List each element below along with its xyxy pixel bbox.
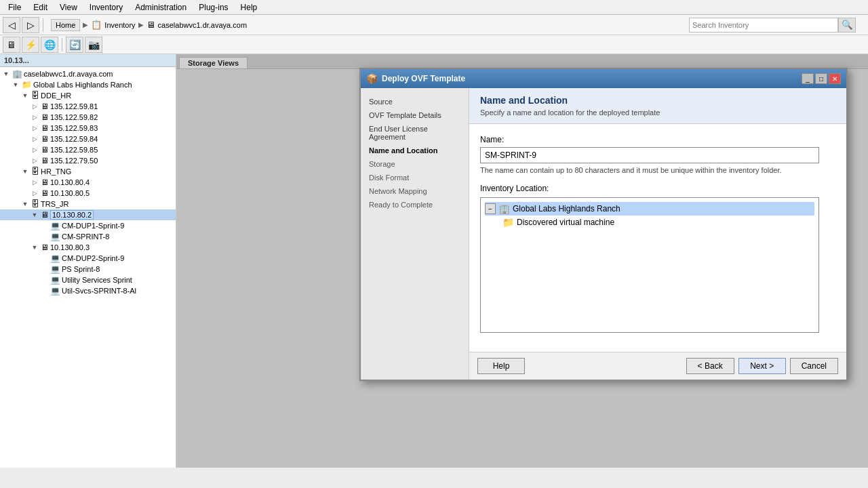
vm-icon-6: 💻 <box>50 286 60 296</box>
vm-icon-5: 💻 <box>50 275 60 285</box>
tree-label-dde-hr: DDE_HR <box>41 92 71 100</box>
wizard-step-eula[interactable]: End User License Agreement <box>361 122 469 144</box>
tree-toggle-ip5[interactable]: ▷ <box>30 145 39 155</box>
tree-item-ip2[interactable]: ▷ 🖥 135.122.59.82 <box>0 112 176 123</box>
menu-inventory[interactable]: Inventory <box>84 1 128 14</box>
tree-toggle-ip10[interactable]: ▼ <box>30 243 39 252</box>
wizard-content-title: Name and Location <box>480 95 835 106</box>
tree-item-vm6[interactable]: 💻 Util-Svcs-SPRINT-8-Al <box>0 285 176 296</box>
menu-edit[interactable]: Edit <box>28 1 53 14</box>
tree-item-glhr[interactable]: ▼ 📁 Global Labs Highlands Ranch <box>0 79 176 90</box>
tree-item-ip10[interactable]: ▼ 🖥 10.130.80.3 <box>0 242 176 253</box>
tree-toggle-ip8[interactable]: ▷ <box>30 188 39 198</box>
tree-item-ip9[interactable]: ▼ 🖥 10.130.80.2 <box>0 209 176 220</box>
vm-icon-1: 💻 <box>50 221 60 230</box>
tree-label-vm5: Utility Services Sprint <box>62 276 132 284</box>
tree-item-vm5[interactable]: 💻 Utility Services Sprint <box>0 274 176 285</box>
tree-toggle-trs-jr[interactable]: ▼ <box>20 199 30 209</box>
host-icon-ip9: 🖥 <box>41 210 49 220</box>
new-vm-button[interactable]: 🖥 <box>3 37 20 53</box>
breadcrumb: Home ▶ 📋 Inventory ▶ 🖥 caselabwvc1.dr.av… <box>47 16 688 34</box>
tree-item-hr-tng[interactable]: ▼ 🗄 HR_TNG <box>0 166 176 177</box>
snapshot-button[interactable]: 📷 <box>85 37 102 53</box>
wizard-step-disk-format[interactable]: Disk Format <box>361 171 469 184</box>
wizard-main: Name: The name can contain up to 80 char… <box>469 124 846 352</box>
tree-item-ip5[interactable]: ▷ 🖥 135.122.59.85 <box>0 144 176 155</box>
tree-item-ip6[interactable]: ▷ 🖥 135.122.79.50 <box>0 155 176 166</box>
refresh-button[interactable]: 🔄 <box>66 37 83 53</box>
tree-label-ip8: 10.130.80.5 <box>50 189 90 197</box>
tree-toggle-datacenter[interactable]: ▼ <box>1 69 11 79</box>
cancel-button[interactable]: Cancel <box>790 358 838 374</box>
name-input[interactable] <box>480 147 819 163</box>
menu-administration[interactable]: Administration <box>130 1 192 14</box>
wizard-step-ovf-details[interactable]: OVF Template Details <box>361 108 469 122</box>
wizard-step-ready-complete[interactable]: Ready to Complete <box>361 198 469 211</box>
tree-item-vm3[interactable]: 💻 CM-DUP2-Sprint-9 <box>0 253 176 264</box>
tree-item-vm2[interactable]: 💻 CM-SPRINT-8 <box>0 231 176 242</box>
help-button[interactable]: Help <box>477 358 525 374</box>
inv-toggle-root[interactable]: − <box>485 203 496 214</box>
maximize-button[interactable]: □ <box>815 73 827 84</box>
inventory-label: Inventory Location: <box>480 184 835 193</box>
inv-tree-root[interactable]: − 🏢 Global Labs Highlands Ranch <box>485 202 814 216</box>
breadcrumb-inventory[interactable]: 📋 Inventory <box>91 20 135 30</box>
tree-item-trs-jr[interactable]: ▼ 🗄 TRS_JR <box>0 199 176 209</box>
tree-item-datacenter[interactable]: ▼ 🏢 caselabwvc1.dr.avaya.com <box>0 68 176 79</box>
tree-item-dde-hr[interactable]: ▼ 🗄 DDE_HR <box>0 90 176 101</box>
tree-item-ip4[interactable]: ▷ 🖥 135.122.59.84 <box>0 134 176 144</box>
search-input[interactable] <box>689 18 838 33</box>
tree-item-ip8[interactable]: ▷ 🖥 10.130.80.5 <box>0 188 176 199</box>
tree-label-vm4: PS Sprint-8 <box>62 265 100 273</box>
dialog-footer: Help < Back Next > Cancel <box>469 352 846 380</box>
tree-toggle-glhr[interactable]: ▼ <box>11 80 20 89</box>
dialog-controls: _ □ ✕ <box>802 73 841 84</box>
wizard-step-source[interactable]: Source <box>361 95 469 108</box>
menu-file[interactable]: File <box>3 1 26 14</box>
tree-toggle-ip4[interactable]: ▷ <box>30 134 39 144</box>
name-hint: The name can contain up to 80 characters… <box>480 166 835 174</box>
wizard-header: Name and Location Specify a name and loc… <box>469 88 846 124</box>
tree-toggle-ip3[interactable]: ▷ <box>30 123 39 133</box>
tree-label-ip4: 135.122.59.84 <box>50 135 98 143</box>
back-button[interactable]: ◁ <box>3 17 20 33</box>
tree-label-ip1: 135.122.59.81 <box>50 102 98 110</box>
menu-help[interactable]: Help <box>235 1 263 14</box>
next-button[interactable]: Next > <box>738 358 786 374</box>
minimize-button[interactable]: _ <box>802 73 814 84</box>
inv-tree-child-1[interactable]: 📁 Discovered virtual machine <box>501 216 814 229</box>
tree-item-vm1[interactable]: 💻 CM-DUP1-Sprint-9 <box>0 220 176 231</box>
host-icon: 🖥 <box>146 20 155 30</box>
back-button[interactable]: < Back <box>686 358 734 374</box>
tree-toggle-dde-hr[interactable]: ▼ <box>20 91 30 100</box>
wizard-step-network-mapping[interactable]: Network Mapping <box>361 184 469 198</box>
home-button[interactable]: Home <box>51 19 80 31</box>
menu-plugins[interactable]: Plug-ins <box>193 1 233 14</box>
forward-button[interactable]: ▷ <box>22 17 39 33</box>
dialog-title-icon: 📦 <box>366 73 378 84</box>
wizard-step-name-location[interactable]: Name and Location <box>361 144 469 157</box>
inv-vm-folder-icon: 📁 <box>502 217 514 228</box>
tree-toggle-ip2[interactable]: ▷ <box>30 113 39 122</box>
power-button[interactable]: ⚡ <box>22 37 39 53</box>
tree-toggle-hr-tng[interactable]: ▼ <box>20 167 30 176</box>
tree-toggle-ip9[interactable]: ▼ <box>30 210 39 220</box>
tree-label-ip7: 10.130.80.4 <box>50 178 90 186</box>
tree-label-ip9: 10.130.80.2 <box>50 210 94 220</box>
breadcrumb-host[interactable]: 🖥 caselabwvc1.dr.avaya.com <box>146 20 247 30</box>
menu-view[interactable]: View <box>54 1 83 14</box>
tree-label-ip10: 10.130.80.3 <box>50 243 90 251</box>
host-icon-ip6: 🖥 <box>41 156 49 165</box>
network-button[interactable]: 🌐 <box>41 37 58 53</box>
close-button[interactable]: ✕ <box>829 73 841 84</box>
search-button[interactable]: 🔍 <box>838 18 856 33</box>
tree-item-vm4[interactable]: 💻 PS Sprint-8 <box>0 264 176 274</box>
tree-item-ip1[interactable]: ▷ 🖥 135.122.59.81 <box>0 101 176 112</box>
tree-toggle-ip7[interactable]: ▷ <box>30 178 39 187</box>
wizard-step-storage[interactable]: Storage <box>361 157 469 171</box>
tree-item-ip7[interactable]: ▷ 🖥 10.130.80.4 <box>0 177 176 188</box>
tree-item-ip3[interactable]: ▷ 🖥 135.122.59.83 <box>0 123 176 134</box>
tree-toggle-ip6[interactable]: ▷ <box>30 156 39 165</box>
breadcrumb-host-label: caselabwvc1.dr.avaya.com <box>158 21 247 29</box>
tree-toggle-ip1[interactable]: ▷ <box>30 102 39 111</box>
